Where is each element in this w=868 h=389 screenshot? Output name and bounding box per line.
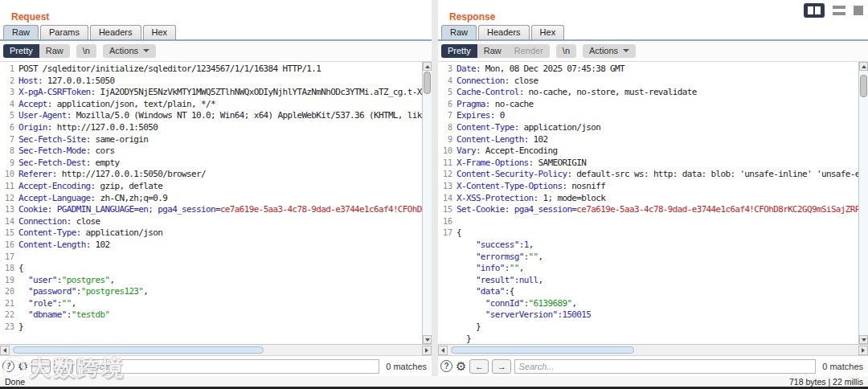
response-actions-button[interactable]: Actions [583,44,636,58]
request-vscroll-thumb[interactable] [424,72,431,94]
line-number: 13 [0,204,14,216]
line-number: 19 [0,275,14,287]
request-tab-headers[interactable]: Headers [90,25,141,39]
response-hscroll-thumb[interactable] [451,346,634,354]
request-editor[interactable]: 1POST /sqleditor/initialize/sqleditor/12… [0,62,432,344]
scroll-down-arrow-icon[interactable] [423,335,432,344]
scroll-up-arrow-icon[interactable] [423,62,432,71]
line-number: 12 [0,193,14,205]
request-tab-params[interactable]: Params [40,25,88,39]
line-number: 23 [0,321,14,334]
response-vertical-scrollbar[interactable] [858,62,868,344]
request-search-input[interactable] [76,359,379,374]
panel-divider[interactable] [432,0,438,376]
response-match-count: 0 matches [822,362,863,371]
code-line: 8Content-Type: application/json [438,122,858,134]
scroll-right-arrow-icon[interactable] [858,346,868,355]
settings-gear-icon[interactable]: ⚙ [18,360,28,372]
code-line: 6Origin: http://127.0.0.1:5050 [0,122,422,134]
code-line: "success":1, [438,240,858,252]
code-line: 17{ [438,227,858,240]
request-tab-raw[interactable]: Raw [3,25,39,39]
code-line: 20 "password":"postgres123", [0,286,422,298]
code-line: "info":"", [438,263,858,275]
code-line: 17 [0,252,422,264]
settings-gear-icon[interactable]: ⚙ [456,360,466,372]
request-tab-hex[interactable]: Hex [143,25,177,39]
line-number: 6 [438,99,452,111]
request-hscroll-thumb[interactable] [13,346,264,354]
code-line: 9Sec-Fetch-Dest: empty [0,158,422,170]
search-next-button[interactable]: → [492,359,511,374]
code-line: 16Content-Length: 102 [0,240,422,252]
response-editor[interactable]: 3Date: Mon, 08 Dec 2025 07:45:38 GMT4Con… [438,62,868,344]
response-horizontal-scrollbar[interactable] [438,344,868,355]
help-icon[interactable]: ? [440,360,452,372]
request-actions-button[interactable]: Actions [103,44,156,58]
scroll-up-arrow-icon[interactable] [859,62,868,71]
burp-message-editor-window: Request Raw Params Headers Hex Pretty Ra… [0,0,868,389]
line-number: 4 [438,76,452,88]
search-prev-button[interactable]: ← [31,359,51,374]
response-tab-hex[interactable]: Hex [531,25,565,39]
line-number: 17 [438,227,452,240]
response-panel: Response Raw Headers Hex Pretty Raw Rend… [438,0,868,376]
line-number: 11 [438,158,452,170]
rows-layout-icon[interactable] [833,6,845,15]
code-line: 22 "dbname":"testdb" [0,309,422,321]
request-pretty-button[interactable]: Pretty [3,44,39,58]
request-view-toolbar: Pretty Raw \n Actions [0,41,432,62]
chevron-down-icon [143,49,149,52]
request-vertical-scrollbar[interactable] [422,62,432,344]
line-number: 10 [0,169,14,181]
code-line: "connId":"6139689", [438,298,858,310]
line-number: 20 [0,286,14,298]
code-line: "serverVersion":150015 [438,309,858,321]
request-actions-label: Actions [109,46,138,55]
request-tab-bar: Raw Params Headers Hex [0,23,432,41]
single-layout-icon[interactable] [854,6,863,15]
code-line: 8Sec-Fetch-Mode: cors [0,145,422,158]
columns-layout-icon[interactable] [804,3,825,18]
response-tab-headers[interactable]: Headers [478,25,530,39]
editor-layout-switcher [804,3,863,18]
code-line: 13X-Content-Type-Options: nosniff [438,181,858,193]
line-number: 18 [0,263,14,275]
request-raw-view-button[interactable]: Raw [39,44,70,58]
code-line: 15Content-Type: application/json [0,227,422,240]
code-line: "result":null, [438,275,858,287]
scroll-left-arrow-icon[interactable] [438,346,448,355]
code-line: 13Cookie: PGADMIN_LANGUAGE=en; pga4_sess… [0,204,422,216]
response-search-input[interactable] [514,359,816,374]
code-line: 6Pragma: no-cache [438,99,858,111]
search-next-button[interactable]: → [54,359,73,374]
response-tab-raw[interactable]: Raw [441,25,477,39]
code-line: 23} [0,321,422,334]
help-icon[interactable]: ? [2,360,14,372]
request-horizontal-scrollbar[interactable] [0,344,432,355]
response-vscroll-thumb[interactable] [860,75,867,97]
line-number: 8 [438,122,452,134]
line-number: 16 [438,216,452,228]
response-raw-view-button[interactable]: Raw [477,44,508,58]
code-line: 7Expires: 0 [438,110,858,122]
code-line: 10Referer: http://127.0.0.1:5050/browser… [0,169,422,181]
scroll-down-arrow-icon[interactable] [859,335,868,344]
response-newline-toggle-button[interactable]: \n [556,44,576,58]
code-line: 19 "user":"postgres", [0,275,422,287]
line-number: 15 [438,204,452,216]
response-pretty-button[interactable]: Pretty [441,44,477,58]
code-line: 16 [438,216,858,228]
code-line: 14X-XSS-Protection: 1; mode=block [438,193,858,205]
request-newline-toggle-button[interactable]: \n [76,44,96,58]
line-number: 11 [0,181,14,193]
search-prev-button[interactable]: ← [469,359,489,374]
request-panel: Request Raw Params Headers Hex Pretty Ra… [0,0,432,376]
code-line: 21 "role":"", [0,298,422,310]
scroll-right-arrow-icon[interactable] [422,346,432,355]
scroll-left-arrow-icon[interactable] [0,346,10,355]
code-line: 10Vary: Accept-Encoding [438,145,858,158]
line-number: 13 [438,181,452,193]
line-number: 5 [438,87,452,99]
line-number: 10 [438,145,452,158]
